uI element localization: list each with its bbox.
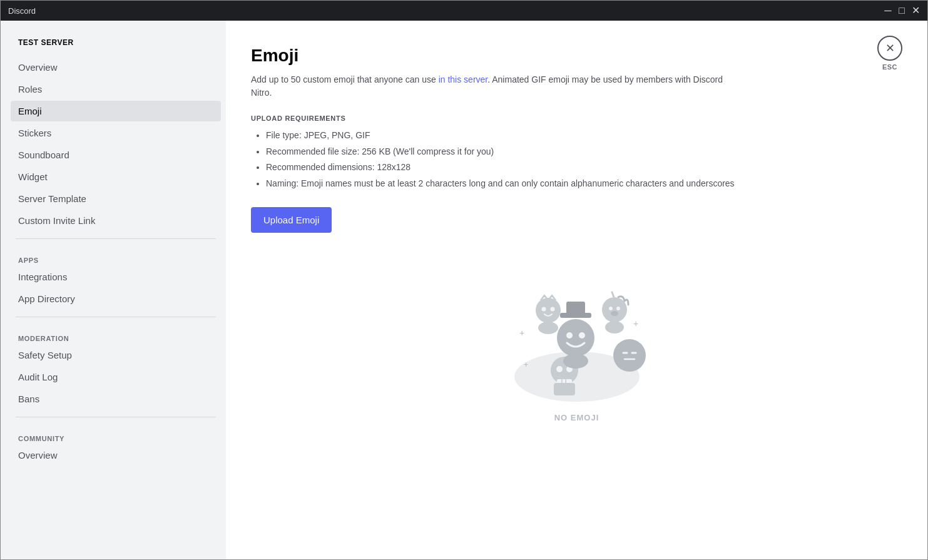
svg-point-14 [557,319,594,357]
sidebar-section-apps: APPS Integrations App Directory [11,247,221,309]
sidebar-item-widget[interactable]: Widget [11,166,221,187]
sidebar-item-stickers[interactable]: Stickers [11,123,221,143]
close-circle-icon: ✕ [877,36,902,61]
divider-moderation [16,317,216,317]
page-description: Add up to 50 custom emoji that anyone ca… [251,73,727,99]
apps-section-header: APPS [11,247,221,267]
no-emoji-label: NO EMOJI [554,413,599,422]
page-title: Emoji [251,46,902,66]
sidebar-item-community-overview[interactable]: Overview [11,445,221,466]
svg-point-21 [538,322,558,334]
sidebar-item-custom-invite-link[interactable]: Custom Invite Link [11,210,221,231]
emoji-illustration: + + + + [251,270,902,422]
esc-label: ESC [882,63,897,71]
requirement-dimensions: Recommended dimensions: 128x128 [266,161,902,174]
svg-point-24 [616,307,620,310]
maximize-button[interactable]: □ [897,6,906,15]
minimize-button[interactable]: ─ [884,6,892,15]
moderation-section-header: MODERATION [11,325,221,345]
app-title: Discord [8,6,36,16]
svg-point-6 [556,366,563,372]
svg-point-18 [536,298,561,323]
sidebar-item-overview[interactable]: Overview [11,57,221,78]
sidebar-item-app-directory[interactable]: App Directory [11,288,221,309]
upload-emoji-button[interactable]: Upload Emoji [251,207,332,233]
sidebar-section-moderation: MODERATION Safety Setup Audit Log Bans [11,325,221,409]
svg-point-27 [613,339,646,372]
sidebar-section-server: Overview Roles Emoji Stickers Soundboard… [11,57,221,231]
content-area: TEST SERVER Overview Roles Emoji Sticker… [1,21,927,559]
community-section-header: COMMUNITY [11,425,221,445]
sidebar-item-integrations[interactable]: Integrations [11,267,221,287]
svg-text:+: + [524,360,528,369]
server-name: TEST SERVER [11,33,221,52]
sidebar-item-server-template[interactable]: Server Template [11,188,221,209]
title-bar: Discord ─ □ ✕ [1,1,927,21]
requirements-list: File type: JPEG, PNG, GIF Recommended fi… [251,130,902,190]
description-highlight: in this server [439,74,488,84]
svg-rect-11 [554,383,575,395]
emoji-characters-svg: + + + + [489,270,665,408]
requirement-filesize: Recommended file size: 256 KB (We'll com… [266,146,902,158]
svg-text:+: + [519,328,524,338]
svg-point-25 [611,311,618,316]
sidebar: TEST SERVER Overview Roles Emoji Sticker… [1,21,226,559]
sidebar-item-audit-log[interactable]: Audit Log [11,367,221,387]
svg-point-26 [605,321,624,333]
svg-point-23 [609,307,613,310]
upload-requirements-header: UPLOAD REQUIREMENTS [251,115,902,122]
svg-rect-13 [566,302,585,314]
divider-apps [16,238,216,239]
window-controls: ─ □ ✕ [884,6,920,15]
main-content: ✕ ESC Emoji Add up to 50 custom emoji th… [226,21,927,559]
svg-point-15 [566,332,573,339]
svg-text:+: + [633,318,638,328]
close-esc-button[interactable]: ✕ ESC [877,36,902,71]
svg-point-19 [541,307,546,312]
sidebar-item-emoji[interactable]: Emoji [11,101,221,121]
svg-point-17 [563,354,588,369]
requirement-naming: Naming: Emoji names must be at least 2 c… [266,178,902,190]
svg-point-20 [550,307,554,312]
app-window: Discord ─ □ ✕ TEST SERVER Overview Roles… [0,0,928,560]
svg-point-16 [579,332,585,339]
sidebar-item-bans[interactable]: Bans [11,389,221,409]
close-button[interactable]: ✕ [911,6,920,15]
sidebar-item-roles[interactable]: Roles [11,79,221,99]
svg-point-22 [602,297,627,322]
divider-community [16,417,216,417]
sidebar-section-community: COMMUNITY Overview [11,425,221,466]
requirement-filetype: File type: JPEG, PNG, GIF [266,130,902,142]
sidebar-item-safety-setup[interactable]: Safety Setup [11,345,221,365]
sidebar-item-soundboard[interactable]: Soundboard [11,145,221,165]
